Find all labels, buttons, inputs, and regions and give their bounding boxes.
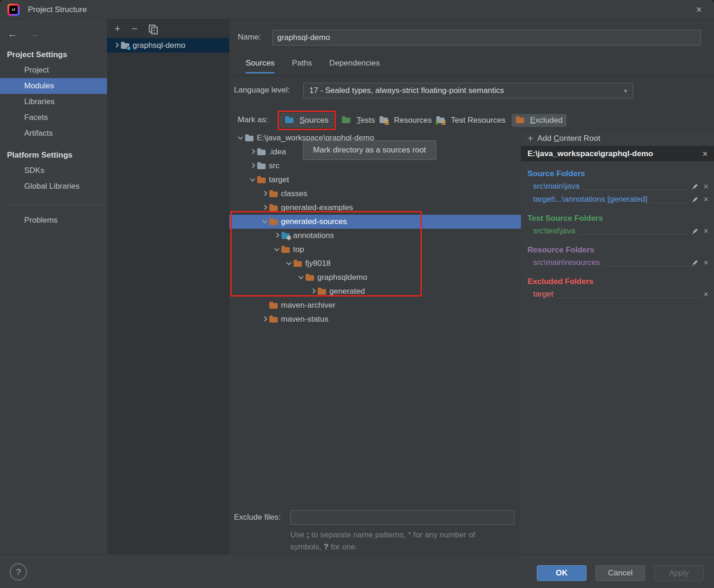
test-source-folder-item[interactable]: src\test\java × <box>521 225 714 238</box>
tab-paths[interactable]: Paths <box>292 59 312 73</box>
mark-test-resources-button[interactable]: Test Resources <box>434 114 507 127</box>
tree-item-graphsqldemo[interactable]: graphsqldemo <box>229 271 521 284</box>
folder-path-link[interactable]: src\main\resources <box>533 258 600 267</box>
back-arrow-icon[interactable]: ← <box>7 28 18 40</box>
chevron-right-icon[interactable] <box>272 231 281 240</box>
tree-item-generated-examples[interactable]: generated-examples <box>229 201 521 215</box>
tree-label: classes <box>281 189 307 198</box>
sidebar-item-libraries[interactable]: Libraries <box>0 94 107 110</box>
apply-button: Apply <box>654 565 704 581</box>
source-folder-item[interactable]: src\main\java × <box>521 180 714 193</box>
gray-folder-stripes-icon <box>380 118 388 123</box>
chevron-down-icon[interactable] <box>284 259 294 268</box>
add-icon[interactable]: + <box>114 24 120 33</box>
chevron-right-icon[interactable] <box>248 147 257 157</box>
sidebar-item-global-libraries[interactable]: Global Libraries <box>0 178 107 194</box>
test-source-folders-header: Test Source Folders <box>527 214 714 223</box>
edit-icon[interactable] <box>691 196 698 203</box>
tab-dependencies[interactable]: Dependencies <box>329 59 380 73</box>
tab-sources[interactable]: Sources <box>246 59 274 73</box>
module-row-graphsql-demo[interactable]: graphsql-demo <box>107 38 229 53</box>
edit-icon[interactable] <box>691 183 698 190</box>
edit-icon[interactable] <box>691 228 698 234</box>
tree-label: src <box>269 161 280 171</box>
exclude-files-input[interactable] <box>290 510 514 525</box>
mark-excluded-button[interactable]: Excluded <box>512 114 567 127</box>
blue-folder-icon <box>285 118 294 123</box>
chevron-down-icon[interactable] <box>296 273 306 282</box>
chevron-right-icon[interactable] <box>248 161 257 171</box>
tree-label: target <box>269 175 289 185</box>
sidebar-item-facets[interactable]: Facets <box>0 110 107 126</box>
tree-item-maven-status[interactable]: maven-status <box>229 312 521 326</box>
folder-icon <box>245 136 254 141</box>
language-level-row: Language level: 17 - Sealed types, alway… <box>229 83 714 99</box>
tree-item-classes[interactable]: classes <box>229 187 521 201</box>
copy-icon[interactable] <box>149 25 157 33</box>
window-close-icon[interactable]: × <box>696 4 702 16</box>
remove-icon[interactable]: × <box>703 290 708 298</box>
language-level-label: Language level: <box>234 86 290 95</box>
remove-icon[interactable]: × <box>703 195 708 204</box>
sidebar-item-project[interactable]: Project <box>0 62 107 78</box>
remove-icon[interactable]: × <box>703 182 708 191</box>
resource-folders-header: Resource Folders <box>527 245 714 255</box>
tree-item-top[interactable]: top <box>229 243 521 257</box>
excluded-folder-icon <box>306 275 314 281</box>
chevron-right-icon[interactable] <box>112 41 121 50</box>
content-root-header[interactable]: E:\java_workspace\graphql-demo × <box>521 146 714 161</box>
folder-path-link[interactable]: src\main\java <box>533 182 580 191</box>
language-level-select[interactable]: 17 - Sealed types, always-strict floatin… <box>303 83 633 99</box>
dotted-leader <box>651 203 688 203</box>
excluded-folder-icon <box>269 303 278 309</box>
mark-sources-button[interactable]: Sources <box>280 113 333 127</box>
folder-path-link[interactable]: target\...\annotations [generated] <box>533 195 647 204</box>
chevron-right-icon[interactable] <box>260 189 269 198</box>
edit-icon[interactable] <box>691 259 698 266</box>
tree-label: generated-sources <box>281 217 347 226</box>
tree-item-target[interactable]: target <box>229 173 521 187</box>
cancel-button[interactable]: Cancel <box>595 565 645 581</box>
chevron-down-icon[interactable] <box>236 133 245 143</box>
plus-icon: + <box>527 133 533 144</box>
tree-item-annotations[interactable]: ✱ annotations <box>229 229 521 243</box>
mark-tests-button[interactable]: Tests <box>340 114 377 127</box>
content-root-path: E:\java_workspace\graphql-demo <box>527 149 653 159</box>
chevron-right-icon[interactable] <box>260 203 269 212</box>
module-folder-icon <box>121 43 129 49</box>
tree-item-src[interactable]: src <box>229 159 521 173</box>
mark-resources-button[interactable]: Resources <box>377 114 434 127</box>
help-button[interactable]: ? <box>10 563 27 581</box>
chevron-down-icon[interactable] <box>272 245 281 254</box>
ok-button[interactable]: OK <box>537 565 587 581</box>
orange-folder-icon <box>516 118 524 123</box>
tree-item-fjy8018[interactable]: fjy8018 <box>229 257 521 271</box>
sidebar-item-artifacts[interactable]: Artifacts <box>0 126 107 141</box>
module-badge-icon <box>127 46 131 50</box>
remove-content-root-icon[interactable]: × <box>702 150 707 158</box>
chevron-right-icon[interactable] <box>260 315 269 324</box>
tree-item-maven-archiver[interactable]: maven-archiver <box>229 298 521 312</box>
remove-icon[interactable]: × <box>703 258 708 267</box>
folder-path-link[interactable]: target <box>533 290 553 299</box>
tree-item-generated-sources[interactable]: generated-sources <box>229 215 521 229</box>
excluded-folder-icon <box>294 261 302 267</box>
source-folder-item[interactable]: target\...\annotations [generated] × <box>521 193 714 206</box>
sidebar-item-problems[interactable]: Problems <box>0 212 107 228</box>
chevron-right-icon[interactable] <box>308 287 318 296</box>
sidebar-item-sdks[interactable]: SDKs <box>0 163 107 178</box>
resource-folder-item[interactable]: src\main\resources × <box>521 256 714 269</box>
add-content-root-button[interactable]: + Add Content Root <box>521 131 714 146</box>
excluded-folder-item[interactable]: target × <box>521 288 714 301</box>
remove-icon[interactable]: × <box>703 227 708 235</box>
chevron-down-icon[interactable] <box>260 217 269 226</box>
remove-icon[interactable]: − <box>132 24 138 33</box>
folder-path-link[interactable]: src\test\java <box>533 226 575 236</box>
tree-item-generated[interactable]: generated <box>229 284 521 298</box>
chevron-down-icon[interactable] <box>248 175 257 185</box>
sidebar-divider <box>5 205 102 205</box>
add-content-root-label: Add Content Root <box>537 134 600 143</box>
mark-tests-label: Tests <box>356 116 375 125</box>
module-name-input[interactable] <box>272 30 701 46</box>
sidebar-item-modules[interactable]: Modules <box>0 78 107 94</box>
